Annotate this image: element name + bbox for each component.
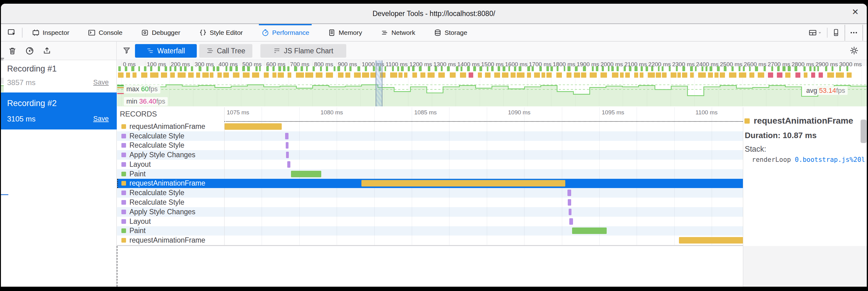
view-button-waterfall[interactable]: Waterfall: [135, 44, 197, 58]
recording-item-1[interactable]: Recording #13857 msSave: [1, 61, 117, 93]
sidebar-splitter-dashed[interactable]: [117, 246, 117, 287]
record-row[interactable]: Layout: [117, 160, 743, 169]
record-type-swatch: [121, 210, 126, 214]
overview-dom-tick: [634, 66, 638, 71]
overview-dom-tick: [596, 66, 598, 71]
record-row-label: Recalculate Style: [121, 197, 184, 207]
overview-dom-tick: [782, 66, 785, 71]
overview-js-tick: [690, 72, 693, 78]
view-button-call-tree[interactable]: Call Tree: [199, 44, 252, 58]
close-icon[interactable]: ✕: [851, 8, 859, 16]
tabbar-right-buttons: [808, 24, 867, 41]
meatball-menu-button[interactable]: [849, 28, 858, 37]
overview-dom-tick: [641, 66, 643, 71]
record-marker-bar[interactable]: [285, 133, 288, 139]
record-row[interactable]: Paint: [117, 169, 743, 179]
trash-icon: [8, 46, 17, 56]
record-marker-bar[interactable]: [569, 209, 571, 215]
overview-slow-tick: [768, 72, 773, 78]
record-row[interactable]: Recalculate Style: [117, 131, 743, 141]
timeline-overview[interactable]: 0 ms100 ms200 ms300 ms400 ms500 ms600 ms…: [117, 61, 867, 106]
overview-dom-tick: [213, 66, 215, 71]
clear-recordings-button[interactable]: [8, 46, 17, 56]
record-row[interactable]: Recalculate Style: [117, 197, 743, 207]
overview-dom-tick: [266, 66, 269, 71]
tab-label: Storage: [444, 29, 467, 36]
overview-js-tick: [338, 72, 343, 78]
recording-save-link[interactable]: Save: [93, 78, 109, 86]
record-marker-bar[interactable]: [568, 199, 571, 206]
recording-item-2[interactable]: Recording #23105 msSave: [1, 93, 117, 130]
tab-inspector[interactable]: Inspector: [29, 24, 72, 41]
start-recording-button[interactable]: [25, 46, 34, 56]
marker-swatch: [744, 118, 750, 123]
overview-dom-tick: [487, 66, 488, 71]
tab-label: Network: [391, 29, 415, 36]
record-row-label: Paint: [121, 169, 146, 179]
record-type-swatch: [121, 219, 126, 224]
record-row[interactable]: requestAnimationFrame: [117, 179, 743, 188]
record-label-text: requestAnimationFrame: [129, 122, 205, 131]
tab-console[interactable]: Console: [85, 24, 125, 41]
record-type-swatch: [121, 238, 126, 243]
settings-button[interactable]: [849, 45, 859, 57]
dock-to-side-button[interactable]: [808, 28, 823, 37]
record-marker-bar[interactable]: [679, 237, 743, 244]
filter-button[interactable]: [122, 46, 131, 57]
record-marker-bar[interactable]: [572, 227, 607, 234]
overview-dom-tick: [739, 66, 740, 71]
record-row[interactable]: Apply Style Changes: [117, 207, 743, 217]
record-row[interactable]: requestAnimationFrame: [117, 122, 743, 131]
detail-scrollbar-thumb[interactable]: [861, 120, 866, 143]
view-button-label: Waterfall: [157, 47, 185, 55]
overview-dom-tick: [695, 66, 696, 71]
window-title: Developer Tools - http://localhost:8080/: [373, 9, 495, 18]
pick-element-button[interactable]: [1, 24, 22, 41]
overview-dom-tick: [283, 66, 285, 71]
record-marker-bar[interactable]: [567, 190, 571, 196]
view-button-js-flame-chart[interactable]: JS Flame Chart: [260, 44, 346, 58]
overview-dom-tick: [273, 66, 274, 71]
toolbar-separator-dotted: [862, 25, 863, 40]
record-marker-bar[interactable]: [362, 180, 565, 186]
import-recording-button[interactable]: [42, 46, 52, 56]
overview-dom-tick: [710, 66, 712, 71]
overview-dom-tick: [287, 66, 289, 71]
tab-network[interactable]: Network: [378, 24, 417, 41]
overview-js-tick: [264, 72, 269, 78]
record-marker-bar[interactable]: [291, 171, 321, 177]
tab-memory[interactable]: Memory: [325, 24, 365, 41]
record-marker-bar[interactable]: [286, 142, 289, 149]
tab-performance[interactable]: Performance: [259, 24, 312, 41]
ruler-tick-label: 600 ms: [266, 61, 285, 68]
overview-dom-tick: [242, 66, 245, 71]
stack-source-link[interactable]: 0.bootstrap.js%20l: [795, 156, 865, 163]
record-type-swatch: [121, 162, 126, 167]
record-row[interactable]: Layout: [117, 217, 743, 226]
overview-dom-tick: [809, 66, 811, 71]
record-marker-bar[interactable]: [224, 123, 282, 130]
recording-save-link[interactable]: Save: [93, 115, 109, 123]
record-row-label: Apply Style Changes: [121, 207, 195, 217]
overview-dom-tick: [651, 66, 654, 71]
record-row[interactable]: Paint: [117, 226, 743, 236]
overview-js-tick: [421, 72, 425, 78]
recordings-sidebar: Recording #13857 msSaveRecording #23105 …: [1, 42, 117, 287]
overview-js-tick: [233, 72, 239, 78]
record-row[interactable]: Recalculate Style: [117, 141, 743, 150]
tab-debugger[interactable]: Debugger: [138, 24, 183, 41]
record-row[interactable]: Apply Style Changes: [117, 150, 743, 160]
record-row-label: Paint: [121, 226, 146, 236]
tab-style-editor[interactable]: Style Editor: [196, 24, 245, 41]
record-marker-bar[interactable]: [569, 218, 573, 225]
record-marker-bar[interactable]: [286, 152, 289, 158]
overview-js-tick: [547, 72, 552, 78]
responsive-design-button[interactable]: [832, 28, 840, 37]
record-row[interactable]: Recalculate Style: [117, 188, 743, 197]
overview-selection-band[interactable]: [376, 61, 382, 106]
record-row[interactable]: requestAnimationFrame: [117, 235, 743, 245]
overview-dom-tick: [158, 66, 160, 71]
tab-storage[interactable]: Storage: [431, 24, 470, 41]
record-marker-bar[interactable]: [287, 161, 290, 168]
tab-label: Memory: [339, 29, 362, 36]
